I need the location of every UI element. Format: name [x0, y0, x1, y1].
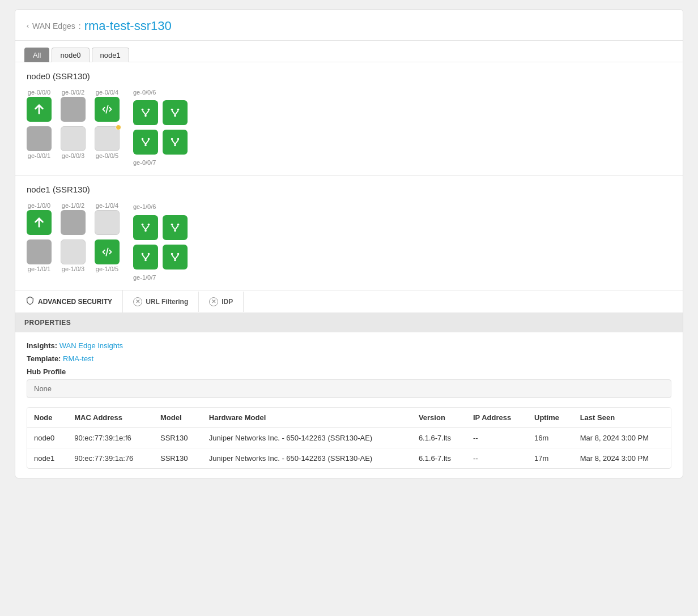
svg-point-26 [177, 224, 180, 226]
node0-section: node0 (SSR130) ge-0/0/0 ge-0/0/2 [15, 62, 683, 176]
security-tab-label: ADVANCED SECURITY [38, 298, 112, 306]
cell-node: node0 [27, 428, 67, 448]
tab-node0[interactable]: node0 [52, 48, 89, 62]
interface-ge-1-0-1[interactable]: ge-1/0/1 [27, 239, 52, 272]
col-hardware-model: Hardware Model [202, 408, 412, 428]
svg-point-15 [171, 138, 173, 140]
cell-model: SSR130 [154, 448, 202, 469]
properties-section: PROPERTIES Insights: WAN Edge Insights T… [15, 313, 683, 478]
interface-ge-1-0-3[interactable]: ge-1/0/3 [61, 239, 86, 272]
interface-ge-0-0-1[interactable]: ge-0/0/1 [27, 126, 52, 159]
iface-label: ge-1/0/1 [28, 266, 50, 272]
interface-ge-0-0-3[interactable]: ge-0/0/3 [61, 126, 86, 159]
cell-node: node1 [27, 448, 67, 469]
interface-ge-1-0-2[interactable]: ge-1/0/2 [61, 202, 86, 235]
template-link[interactable]: RMA-test [63, 354, 93, 363]
breadcrumb: ‹ WAN Edges : rma-test-ssr130 [27, 19, 671, 33]
iface-label: ge-0/0/3 [62, 152, 84, 159]
iface-icon-branch[interactable] [133, 215, 158, 240]
cell-mac: 90:ec:77:39:1e:f6 [67, 428, 154, 448]
cell-version: 6.1.6-7.lts [412, 448, 466, 469]
svg-line-9 [175, 110, 178, 114]
insights-link[interactable]: WAN Edge Insights [59, 341, 123, 350]
iface-icon-gray [27, 239, 52, 264]
svg-point-0 [142, 109, 144, 111]
tab-advanced-security[interactable]: ADVANCED SECURITY [15, 290, 123, 313]
svg-point-21 [148, 224, 150, 226]
svg-point-12 [144, 144, 147, 147]
svg-line-23 [143, 225, 146, 229]
hub-profile-label: Hub Profile [27, 367, 671, 376]
iface-label: ge-0/0/4 [96, 89, 118, 96]
svg-line-8 [172, 110, 176, 114]
iface-icon-branch[interactable] [163, 215, 188, 240]
page-header: ‹ WAN Edges : rma-test-ssr130 [15, 10, 683, 41]
tab-url-filtering[interactable]: ✕ URL Filtering [123, 292, 199, 312]
cell-last-seen: Mar 8, 2024 3:00 PM [573, 448, 671, 469]
svg-point-32 [144, 259, 147, 262]
breadcrumb-separator: : [79, 22, 81, 31]
svg-line-18 [172, 140, 176, 144]
security-tabs: ADVANCED SECURITY ✕ URL Filtering ✕ IDP [15, 290, 683, 313]
interface-ge-0-0-0[interactable]: ge-0/0/0 [27, 89, 52, 122]
tab-node1[interactable]: node1 [92, 48, 129, 62]
iface-icon-light [95, 210, 120, 235]
iface-icon-branch[interactable] [163, 130, 188, 155]
interface-ge-1-0-4[interactable]: ge-1/0/4 [95, 202, 120, 235]
col-uptime: Uptime [527, 408, 573, 428]
svg-point-1 [148, 109, 150, 111]
interface-ge-1-0-5[interactable]: ge-1/0/5 [95, 239, 120, 272]
svg-point-35 [171, 253, 173, 255]
interface-ge-0-0-4[interactable]: ge-0/0/4 [95, 89, 120, 122]
iface-label: ge-0/0/1 [28, 152, 50, 159]
svg-line-19 [175, 140, 178, 144]
breadcrumb-parent[interactable]: WAN Edges [32, 22, 75, 31]
iface-icon-branch[interactable] [133, 245, 158, 270]
iface-icon-branch[interactable] [133, 100, 158, 125]
iface-label: ge-0/0/0 [28, 89, 50, 96]
table-row: node0 90:ec:77:39:1e:f6 SSR130 Juniper N… [27, 428, 671, 448]
cell-version: 6.1.6-7.lts [412, 428, 466, 448]
interface-ge-0-0-5[interactable]: ge-0/0/5 [95, 126, 120, 159]
svg-point-17 [174, 144, 176, 147]
node-table: Node MAC Address Model Hardware Model Ve… [27, 407, 671, 469]
col-version: Version [412, 408, 466, 428]
iface-icon-branch[interactable] [133, 130, 158, 155]
interface-ge-1-0-0[interactable]: ge-1/0/0 [27, 202, 52, 235]
tab-idp[interactable]: ✕ IDP [199, 292, 244, 312]
insights-label: Insights: [27, 341, 57, 350]
svg-line-3 [143, 110, 146, 114]
node1-title: node1 (SSR130) [27, 185, 671, 194]
tab-all[interactable]: All [24, 48, 49, 62]
cell-uptime: 16m [527, 428, 573, 448]
svg-point-2 [144, 115, 147, 117]
url-filtering-label: URL Filtering [146, 298, 188, 306]
svg-point-31 [148, 253, 150, 255]
svg-point-5 [171, 109, 173, 111]
svg-point-27 [174, 230, 176, 232]
col-node: Node [27, 408, 67, 428]
iface-label: ge-0/0/2 [62, 89, 84, 96]
table-row: node1 90:ec:77:39:1a:76 SSR130 Juniper N… [27, 448, 671, 469]
back-arrow[interactable]: ‹ [27, 22, 29, 30]
iface-icon-light [61, 239, 86, 264]
svg-line-24 [146, 225, 149, 229]
iface-label: ge-1/0/4 [96, 202, 118, 209]
interface-ge-0-0-2[interactable]: ge-0/0/2 [61, 89, 86, 122]
svg-line-14 [146, 140, 149, 144]
svg-point-20 [142, 224, 144, 226]
node0-title: node0 (SSR130) [27, 71, 671, 81]
iface-icon-branch[interactable] [163, 245, 188, 270]
col-mac: MAC Address [67, 408, 154, 428]
template-label: Template: [27, 354, 61, 363]
cell-hw-model: Juniper Networks Inc. - 650-142263 (SSR1… [202, 448, 412, 469]
idp-label: IDP [222, 298, 233, 306]
x-circle-icon: ✕ [209, 297, 218, 306]
iface-label-ge007: ge-0/0/7 [133, 159, 188, 166]
iface-icon-branch[interactable] [163, 100, 188, 125]
svg-point-36 [177, 253, 180, 255]
iface-label-ge006: ge-0/0/6 [133, 89, 178, 96]
hub-profile-value: None [27, 379, 671, 398]
iface-icon-light-dot [95, 126, 120, 151]
cell-hw-model: Juniper Networks Inc. - 650-142263 (SSR1… [202, 428, 412, 448]
